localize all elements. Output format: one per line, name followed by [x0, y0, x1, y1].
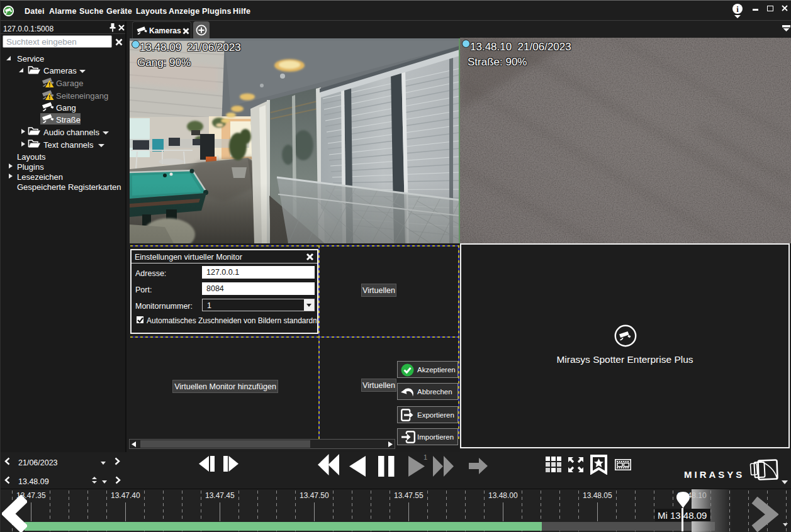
- svg-text:i: i: [736, 4, 739, 14]
